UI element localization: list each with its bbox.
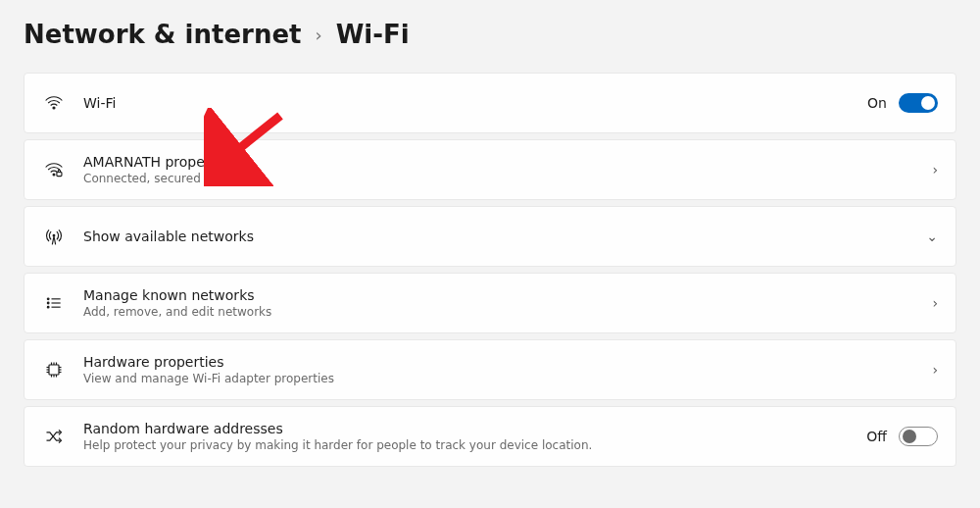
breadcrumb-parent[interactable]: Network & internet: [24, 20, 301, 49]
random-mac-state-label: Off: [866, 429, 887, 444]
chevron-right-icon: ›: [932, 162, 938, 178]
breadcrumb: Network & internet › Wi-Fi: [24, 20, 956, 49]
hardware-properties-card[interactable]: Hardware properties View and manage Wi-F…: [24, 339, 956, 400]
hardware-properties-subtitle: View and manage Wi-Fi adapter properties: [83, 372, 932, 385]
chevron-right-icon: ›: [932, 295, 938, 311]
svg-point-6: [47, 302, 49, 304]
wifi-secured-icon: [42, 158, 66, 181]
chevron-down-icon: ⌄: [926, 229, 938, 244]
svg-point-1: [53, 174, 55, 176]
random-mac-title: Random hardware addresses: [83, 421, 866, 436]
known-networks-card[interactable]: Manage known networks Add, remove, and e…: [24, 273, 956, 333]
random-mac-card[interactable]: Random hardware addresses Help protect y…: [24, 406, 956, 467]
svg-point-8: [47, 306, 49, 308]
available-networks-card[interactable]: Show available networks ⌄: [24, 206, 956, 267]
wifi-title: Wi-Fi: [83, 95, 867, 111]
settings-page: Network & internet › Wi-Fi Wi-Fi On AMAR…: [0, 0, 980, 467]
svg-point-4: [47, 298, 49, 300]
wifi-toggle-card[interactable]: Wi-Fi On: [24, 73, 956, 133]
chevron-right-icon: ›: [315, 25, 321, 45]
svg-rect-10: [49, 365, 59, 375]
breadcrumb-current: Wi-Fi: [336, 20, 410, 49]
wifi-state-label: On: [867, 95, 887, 111]
wifi-icon: [42, 91, 66, 115]
hardware-properties-title: Hardware properties: [83, 354, 932, 370]
chip-icon: [42, 358, 66, 381]
svg-point-3: [53, 234, 55, 236]
random-mac-subtitle: Help protect your privacy by making it h…: [83, 438, 866, 452]
known-networks-subtitle: Add, remove, and edit networks: [83, 305, 932, 319]
svg-rect-2: [57, 173, 62, 177]
wifi-toggle[interactable]: [899, 93, 938, 113]
random-mac-toggle[interactable]: [899, 427, 938, 446]
shuffle-icon: [42, 425, 66, 448]
svg-point-0: [53, 107, 55, 109]
network-properties-card[interactable]: AMARNATH properties Connected, secured ›: [24, 139, 956, 200]
known-networks-title: Manage known networks: [83, 287, 932, 303]
chevron-right-icon: ›: [932, 362, 938, 378]
antenna-icon: [42, 225, 66, 248]
network-name: AMARNATH properties: [83, 154, 932, 170]
network-status: Connected, secured: [83, 172, 932, 185]
list-icon: [42, 291, 66, 315]
settings-list: Wi-Fi On AMARNATH properties Connected, …: [24, 73, 956, 467]
available-networks-title: Show available networks: [83, 229, 926, 244]
